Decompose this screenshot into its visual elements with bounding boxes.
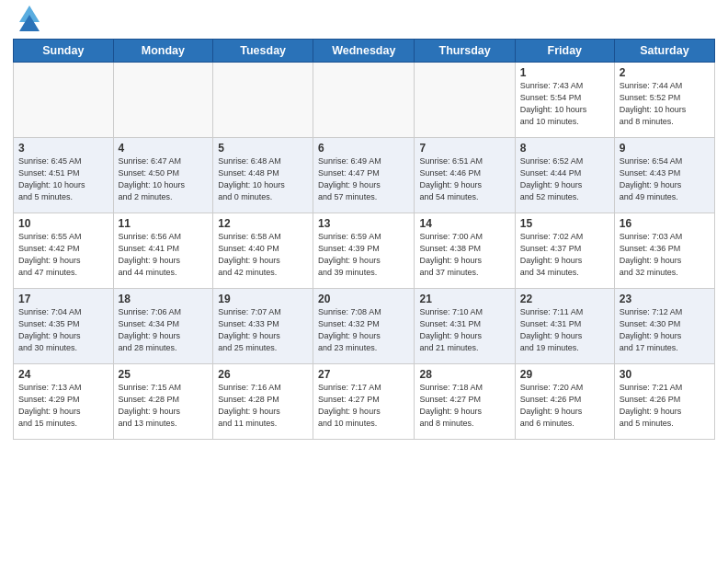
day-number: 14 — [419, 217, 509, 230]
calendar-cell: 29Sunrise: 7:20 AM Sunset: 4:26 PM Dayli… — [515, 364, 614, 440]
calendar-cell: 15Sunrise: 7:02 AM Sunset: 4:37 PM Dayli… — [515, 213, 614, 289]
calendar-cell: 20Sunrise: 7:08 AM Sunset: 4:32 PM Dayli… — [313, 289, 415, 364]
calendar-cell: 4Sunrise: 6:47 AM Sunset: 4:50 PM Daylig… — [113, 138, 213, 213]
day-info: Sunrise: 6:56 AM Sunset: 4:41 PM Dayligh… — [119, 231, 209, 279]
calendar-cell: 16Sunrise: 7:03 AM Sunset: 4:36 PM Dayli… — [614, 213, 714, 289]
day-info: Sunrise: 6:51 AM Sunset: 4:46 PM Dayligh… — [419, 155, 509, 203]
day-number: 7 — [419, 142, 509, 155]
day-number: 9 — [620, 142, 710, 155]
day-number: 13 — [318, 217, 409, 230]
day-info: Sunrise: 7:02 AM Sunset: 4:37 PM Dayligh… — [520, 231, 609, 279]
day-header-sunday: Sunday — [14, 40, 114, 63]
day-info: Sunrise: 7:17 AM Sunset: 4:27 PM Dayligh… — [318, 382, 409, 430]
day-info: Sunrise: 6:55 AM Sunset: 4:42 PM Dayligh… — [18, 231, 108, 279]
day-number: 25 — [119, 368, 209, 381]
day-info: Sunrise: 7:08 AM Sunset: 4:32 PM Dayligh… — [318, 306, 409, 354]
calendar-cell: 3Sunrise: 6:45 AM Sunset: 4:51 PM Daylig… — [14, 138, 114, 213]
calendar-cell — [313, 63, 415, 138]
calendar-cell: 10Sunrise: 6:55 AM Sunset: 4:42 PM Dayli… — [14, 213, 114, 289]
calendar-cell: 28Sunrise: 7:18 AM Sunset: 4:27 PM Dayli… — [415, 364, 515, 440]
calendar-cell: 22Sunrise: 7:11 AM Sunset: 4:31 PM Dayli… — [515, 289, 614, 364]
day-number: 18 — [119, 293, 209, 305]
calendar-week-3: 17Sunrise: 7:04 AM Sunset: 4:35 PM Dayli… — [14, 289, 715, 364]
day-header-wednesday: Wednesday — [313, 40, 415, 63]
calendar-cell: 21Sunrise: 7:10 AM Sunset: 4:31 PM Dayli… — [415, 289, 515, 364]
calendar-cell: 26Sunrise: 7:16 AM Sunset: 4:28 PM Dayli… — [213, 364, 313, 440]
calendar-week-4: 24Sunrise: 7:13 AM Sunset: 4:29 PM Dayli… — [14, 364, 715, 440]
day-header-friday: Friday — [515, 40, 614, 63]
day-number: 10 — [18, 217, 108, 230]
day-info: Sunrise: 7:07 AM Sunset: 4:33 PM Dayligh… — [218, 306, 308, 354]
day-info: Sunrise: 6:52 AM Sunset: 4:44 PM Dayligh… — [520, 155, 609, 203]
calendar-table: SundayMondayTuesdayWednesdayThursdayFrid… — [13, 39, 715, 440]
day-number: 28 — [419, 368, 509, 381]
calendar-cell: 24Sunrise: 7:13 AM Sunset: 4:29 PM Dayli… — [14, 364, 114, 440]
logo — [15, 9, 38, 33]
calendar-cell: 9Sunrise: 6:54 AM Sunset: 4:43 PM Daylig… — [614, 138, 714, 213]
calendar-cell: 19Sunrise: 7:07 AM Sunset: 4:33 PM Dayli… — [213, 289, 313, 364]
day-info: Sunrise: 7:12 AM Sunset: 4:30 PM Dayligh… — [620, 306, 710, 354]
day-info: Sunrise: 6:48 AM Sunset: 4:48 PM Dayligh… — [218, 155, 308, 203]
calendar-cell — [113, 63, 213, 138]
day-number: 6 — [318, 142, 409, 155]
calendar-cell: 1Sunrise: 7:43 AM Sunset: 5:54 PM Daylig… — [515, 63, 614, 138]
calendar-cell: 27Sunrise: 7:17 AM Sunset: 4:27 PM Dayli… — [313, 364, 415, 440]
day-info: Sunrise: 6:45 AM Sunset: 4:51 PM Dayligh… — [18, 155, 108, 203]
calendar-cell: 13Sunrise: 6:59 AM Sunset: 4:39 PM Dayli… — [313, 213, 415, 289]
day-header-saturday: Saturday — [614, 40, 714, 63]
calendar-cell: 17Sunrise: 7:04 AM Sunset: 4:35 PM Dayli… — [14, 289, 114, 364]
day-number: 5 — [218, 142, 308, 155]
day-info: Sunrise: 7:11 AM Sunset: 4:31 PM Dayligh… — [520, 306, 609, 354]
day-info: Sunrise: 7:16 AM Sunset: 4:28 PM Dayligh… — [218, 382, 308, 430]
day-number: 21 — [419, 293, 509, 305]
calendar-cell: 14Sunrise: 7:00 AM Sunset: 4:38 PM Dayli… — [415, 213, 515, 289]
calendar-cell: 23Sunrise: 7:12 AM Sunset: 4:30 PM Dayli… — [614, 289, 714, 364]
day-info: Sunrise: 7:15 AM Sunset: 4:28 PM Dayligh… — [119, 382, 209, 430]
calendar-cell: 6Sunrise: 6:49 AM Sunset: 4:47 PM Daylig… — [313, 138, 415, 213]
calendar-cell: 11Sunrise: 6:56 AM Sunset: 4:41 PM Dayli… — [113, 213, 213, 289]
day-info: Sunrise: 6:59 AM Sunset: 4:39 PM Dayligh… — [318, 231, 409, 279]
day-info: Sunrise: 7:10 AM Sunset: 4:31 PM Dayligh… — [419, 306, 509, 354]
day-number: 11 — [119, 217, 209, 230]
calendar-week-0: 1Sunrise: 7:43 AM Sunset: 5:54 PM Daylig… — [14, 63, 715, 138]
day-number: 4 — [119, 142, 209, 155]
day-number: 27 — [318, 368, 409, 381]
day-number: 8 — [520, 142, 609, 155]
calendar-cell: 30Sunrise: 7:21 AM Sunset: 4:26 PM Dayli… — [614, 364, 714, 440]
day-number: 12 — [218, 217, 308, 230]
day-number: 24 — [18, 368, 108, 381]
day-info: Sunrise: 7:03 AM Sunset: 4:36 PM Dayligh… — [620, 231, 710, 279]
day-header-tuesday: Tuesday — [213, 40, 313, 63]
calendar-cell — [213, 63, 313, 138]
calendar-cell: 8Sunrise: 6:52 AM Sunset: 4:44 PM Daylig… — [515, 138, 614, 213]
day-info: Sunrise: 6:54 AM Sunset: 4:43 PM Dayligh… — [620, 155, 710, 203]
day-number: 22 — [520, 293, 609, 305]
calendar-cell: 2Sunrise: 7:44 AM Sunset: 5:52 PM Daylig… — [614, 63, 714, 138]
calendar-cell: 5Sunrise: 6:48 AM Sunset: 4:48 PM Daylig… — [213, 138, 313, 213]
calendar-week-2: 10Sunrise: 6:55 AM Sunset: 4:42 PM Dayli… — [14, 213, 715, 289]
day-number: 29 — [520, 368, 609, 381]
day-number: 1 — [520, 66, 609, 79]
day-number: 15 — [520, 217, 609, 230]
day-header-row: SundayMondayTuesdayWednesdayThursdayFrid… — [14, 40, 715, 63]
calendar-cell: 18Sunrise: 7:06 AM Sunset: 4:34 PM Dayli… — [113, 289, 213, 364]
calendar-cell: 25Sunrise: 7:15 AM Sunset: 4:28 PM Dayli… — [113, 364, 213, 440]
day-number: 16 — [620, 217, 710, 230]
day-number: 30 — [620, 368, 710, 381]
calendar-cell: 12Sunrise: 6:58 AM Sunset: 4:40 PM Dayli… — [213, 213, 313, 289]
day-header-monday: Monday — [113, 40, 213, 63]
calendar-cell — [415, 63, 515, 138]
day-info: Sunrise: 7:18 AM Sunset: 4:27 PM Dayligh… — [419, 382, 509, 430]
day-number: 23 — [620, 293, 710, 305]
day-number: 20 — [318, 293, 409, 305]
day-info: Sunrise: 7:44 AM Sunset: 5:52 PM Dayligh… — [620, 80, 710, 128]
day-info: Sunrise: 7:20 AM Sunset: 4:26 PM Dayligh… — [520, 382, 609, 430]
day-info: Sunrise: 6:49 AM Sunset: 4:47 PM Dayligh… — [318, 155, 409, 203]
day-number: 19 — [218, 293, 308, 305]
day-number: 17 — [18, 293, 108, 305]
day-info: Sunrise: 7:06 AM Sunset: 4:34 PM Dayligh… — [119, 306, 209, 354]
day-info: Sunrise: 6:47 AM Sunset: 4:50 PM Dayligh… — [119, 155, 209, 203]
day-info: Sunrise: 7:43 AM Sunset: 5:54 PM Dayligh… — [520, 80, 609, 128]
day-info: Sunrise: 6:58 AM Sunset: 4:40 PM Dayligh… — [218, 231, 308, 279]
day-number: 3 — [18, 142, 108, 155]
